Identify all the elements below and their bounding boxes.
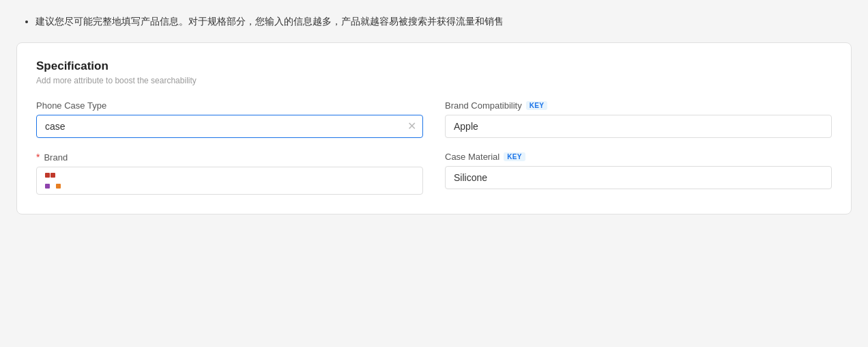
phone-case-type-input-wrapper: ✕ bbox=[36, 115, 423, 138]
brand-compatibility-key-badge: KEY bbox=[526, 101, 547, 110]
tip-section: 建议您尽可能完整地填写产品信息。对于规格部分，您输入的信息越多，产品就越容易被搜… bbox=[16, 14, 852, 29]
brand-input-wrapper[interactable] bbox=[36, 167, 423, 195]
spec-title: Specification bbox=[36, 59, 832, 73]
case-material-key-badge: KEY bbox=[504, 152, 525, 161]
case-material-input-wrapper bbox=[445, 166, 832, 189]
case-material-label: Case Material KEY bbox=[445, 152, 832, 162]
brand-compatibility-input[interactable] bbox=[445, 115, 832, 138]
brand-pixel-icon bbox=[45, 173, 66, 189]
spec-subtitle: Add more attribute to boost the searchab… bbox=[36, 76, 832, 85]
brand-compatibility-label: Brand Compatibility KEY bbox=[445, 100, 832, 111]
brand-compatibility-group: Brand Compatibility KEY bbox=[445, 100, 832, 138]
spec-card: Specification Add more attribute to boos… bbox=[16, 42, 852, 214]
phone-case-type-label: Phone Case Type bbox=[36, 100, 423, 111]
brand-label: Brand bbox=[36, 152, 423, 163]
phone-case-type-group: Phone Case Type ✕ bbox=[36, 100, 423, 138]
brand-group: Brand bbox=[36, 152, 423, 195]
brand-compatibility-input-wrapper bbox=[445, 115, 832, 138]
case-material-group: Case Material KEY bbox=[445, 152, 832, 195]
form-grid: Phone Case Type ✕ Brand Compatibility KE… bbox=[36, 100, 832, 195]
case-material-input[interactable] bbox=[445, 166, 832, 189]
phone-case-type-input[interactable] bbox=[36, 115, 423, 138]
tip-text: 建议您尽可能完整地填写产品信息。对于规格部分，您输入的信息越多，产品就越容易被搜… bbox=[35, 14, 849, 29]
clear-icon[interactable]: ✕ bbox=[407, 121, 416, 132]
